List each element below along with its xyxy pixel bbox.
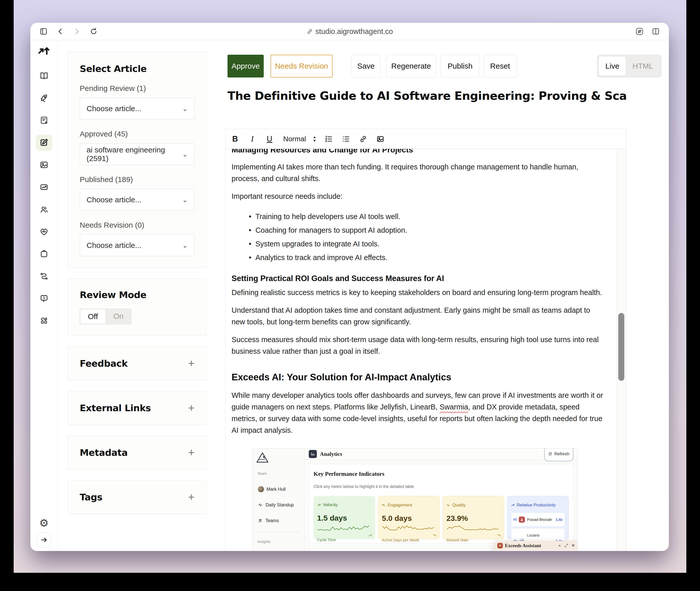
scrollbar-thumb[interactable] xyxy=(618,313,624,381)
sidebar-item-audience[interactable] xyxy=(36,201,52,217)
app-icon-rail: ⚙ xyxy=(30,40,58,551)
expand-plus-icon[interactable]: + xyxy=(188,358,195,369)
split-view-icon[interactable] xyxy=(651,27,660,36)
metadata-card[interactable]: Metadata + xyxy=(68,436,207,469)
sidebar-toggle-icon[interactable] xyxy=(39,27,48,36)
sidebar-item-performance[interactable] xyxy=(36,179,52,195)
sidebar-item-images[interactable] xyxy=(36,157,52,173)
rich-text-editor: B I U Normal xyxy=(225,129,626,551)
editor-scrollbar xyxy=(617,149,626,551)
view-live-button[interactable]: Live xyxy=(599,57,626,76)
list-item: •Analytics to track and improve AI effec… xyxy=(249,251,604,264)
publish-button[interactable]: Publish xyxy=(441,55,479,77)
rocket-icon xyxy=(39,93,49,103)
activity-icon xyxy=(258,502,263,508)
view-html-button[interactable]: HTML xyxy=(626,57,660,76)
collapse-rail-button[interactable] xyxy=(37,532,51,547)
bullet-dot: • xyxy=(249,226,251,234)
kpi-metric: Active Days per Week xyxy=(382,534,436,546)
external-links-card[interactable]: External Links + xyxy=(68,391,207,425)
ordered-list-button[interactable] xyxy=(324,133,334,145)
assistant-close-icon[interactable]: ✕ xyxy=(571,541,575,551)
embedded-dashboard-image: Team Mark Hull Daily Standup xyxy=(252,448,577,551)
up-down-arrows-icon xyxy=(313,136,317,142)
trend-down-icon xyxy=(433,533,437,537)
sidebar-item-health[interactable] xyxy=(36,223,52,240)
dashboard-sidebar-item-teams[interactable]: Teams xyxy=(256,513,301,528)
italic-button[interactable]: I xyxy=(247,133,257,145)
insert-link-button[interactable] xyxy=(358,133,368,145)
sidebar-item-briefs[interactable] xyxy=(36,112,52,128)
expand-plus-icon[interactable]: + xyxy=(188,402,195,413)
dashboard-sidebar-item-assistant[interactable]: Assistant xyxy=(256,549,301,551)
published-select[interactable]: Choose article... ⌄ xyxy=(80,189,195,211)
pending-review-select[interactable]: Choose article... ⌄ xyxy=(80,98,195,120)
message-alert-icon xyxy=(39,294,49,303)
paragraph: Understand that AI adoption takes time a… xyxy=(232,304,604,328)
assistant-header: ✦ Exceeds Assistant + ⤢ ✕ xyxy=(495,541,577,550)
sidebar-item-launch[interactable] xyxy=(36,90,52,106)
refresh-icon[interactable] xyxy=(89,27,98,36)
bold-button[interactable]: B xyxy=(230,133,240,145)
reset-button[interactable]: Reset xyxy=(484,55,517,77)
dashboard-sidebar: Team Mark Hull Daily Standup xyxy=(253,448,305,551)
expand-plus-icon[interactable]: + xyxy=(188,491,195,503)
paragraph: While many developer analytics tools off… xyxy=(232,389,604,436)
approved-select[interactable]: ai software engineering (2591) ⌄ xyxy=(80,143,195,165)
needs-revision-select[interactable]: Choose article... ⌄ xyxy=(80,235,195,256)
bullet-dot: • xyxy=(249,240,251,248)
needs-revision-label: Needs Revision (0) xyxy=(80,221,195,229)
feedback-card[interactable]: Feedback + xyxy=(68,346,207,380)
page-settings-icon[interactable] xyxy=(635,27,644,36)
review-mode-off[interactable]: Off xyxy=(80,309,106,324)
kpi-relative-productivity[interactable]: Relative Productivity #1 Prasad Bhosale … xyxy=(507,496,569,539)
address-bar[interactable]: studio.aigrowthagent.co xyxy=(306,27,393,36)
dashboard-sidebar-item-mark-hull[interactable]: Mark Hull xyxy=(256,481,301,497)
browser-toolbar: studio.aigrowthagent.co xyxy=(30,23,669,40)
quality-sparkline xyxy=(447,524,499,533)
underline-button[interactable]: U xyxy=(264,133,275,145)
settings-gear-icon[interactable]: ⚙ xyxy=(39,518,49,528)
kpi-engagement[interactable]: Engagement 5.0 days Active Days per Week… xyxy=(378,496,440,539)
bullet-dot: • xyxy=(249,254,251,262)
document-scroll-area[interactable]: Managing Resources and Change for AI Pro… xyxy=(226,149,617,551)
kpi-quality[interactable]: Quality 23.9% Rework Rate 30-day trend xyxy=(443,496,504,539)
save-button[interactable]: Save xyxy=(351,55,381,77)
url-text: studio.aigrowthagent.co xyxy=(315,27,393,36)
needs-revision-button[interactable]: Needs Revision xyxy=(270,55,332,77)
review-mode-on[interactable]: On xyxy=(106,309,131,324)
puzzle-icon xyxy=(39,316,49,326)
assistant-new-chat-icon[interactable]: + xyxy=(558,541,561,551)
bullet-list-button[interactable] xyxy=(341,133,351,145)
analytics-app-icon xyxy=(309,450,317,458)
refresh-button[interactable]: Refresh xyxy=(544,448,573,461)
feedback-title: Feedback xyxy=(80,358,128,369)
productivity-row: #1 Prasad Bhosale 1.4x xyxy=(511,513,565,527)
metadata-title: Metadata xyxy=(80,447,128,458)
back-icon[interactable] xyxy=(56,27,65,36)
sidebar-item-integrations[interactable] xyxy=(36,313,52,329)
sidebar-item-editor-active[interactable] xyxy=(36,134,52,151)
assistant-expand-icon[interactable]: ⤢ xyxy=(564,541,568,551)
list-item: •Coaching for managers to support AI ado… xyxy=(249,223,604,237)
kpi-velocity[interactable]: Velocity 1.5 days Cycle Time 30-day tren… xyxy=(314,496,375,539)
item-label: Teams xyxy=(265,515,279,526)
forward-icon[interactable] xyxy=(72,27,81,36)
needs-revision-value: Choose article... xyxy=(87,241,142,250)
pending-review-value: Choose article... xyxy=(87,104,142,113)
dashboard-sidebar-item-daily-standup[interactable]: Daily Standup xyxy=(256,497,301,513)
expand-plus-icon[interactable]: + xyxy=(188,447,195,458)
dashboard-title: Analytics xyxy=(320,448,342,460)
insert-image-button[interactable] xyxy=(375,133,385,145)
sidebar-item-issues[interactable] xyxy=(36,290,52,307)
screenshot: studio.aigrowthagent.co xyxy=(0,0,700,591)
regenerate-button[interactable]: Regenerate xyxy=(386,55,436,77)
sidebar-item-workflows[interactable] xyxy=(36,268,52,284)
sidebar-item-library[interactable] xyxy=(36,68,52,84)
section-heading-exceeds: Exceeds AI: Your Solution for AI-Impact … xyxy=(232,371,604,383)
paragraph-style-select[interactable]: Normal xyxy=(283,135,317,143)
document-content: Managing Resources and Change for AI Pro… xyxy=(232,149,604,551)
sidebar-item-projects[interactable] xyxy=(36,246,52,262)
approve-button[interactable]: Approve xyxy=(228,55,264,77)
tags-card[interactable]: Tags + xyxy=(68,480,207,514)
